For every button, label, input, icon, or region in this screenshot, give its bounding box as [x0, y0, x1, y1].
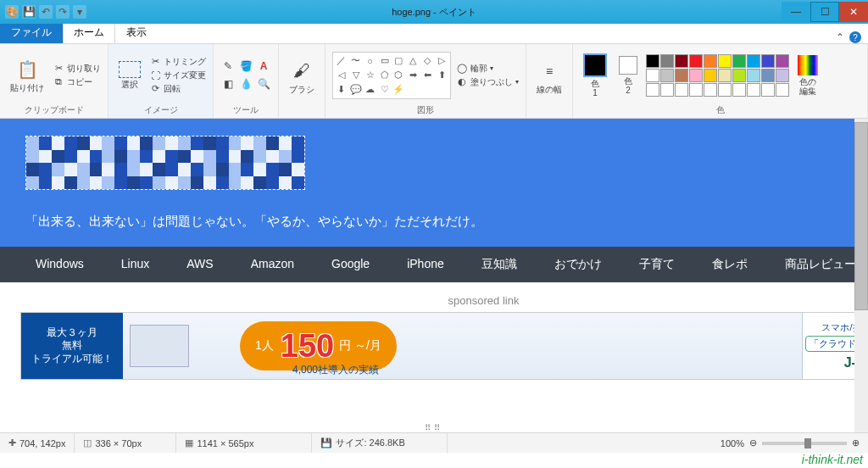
vertical-scrollbar[interactable]	[854, 119, 868, 432]
nav-item[interactable]: AWS	[168, 247, 231, 282]
palette-swatch[interactable]	[646, 54, 659, 68]
nav-item[interactable]: 豆知識	[463, 247, 536, 282]
palette-swatch[interactable]	[704, 83, 717, 97]
tab-file[interactable]: ファイル	[0, 21, 63, 43]
ribbon: 📋 貼り付け ✂切り取り ⧉コピー クリップボード 選択 ✂トリミング ⛶サイズ…	[0, 44, 868, 119]
minimize-button[interactable]: —	[782, 2, 810, 22]
canvas[interactable]: 「出来る、出来ない」は問題じゃない。「やるか、やらないか」ただそれだけ。 Win…	[0, 119, 854, 432]
zoom-out-button[interactable]: ⊖	[749, 437, 757, 448]
brush-icon: 🖌	[290, 59, 314, 83]
ad-banner-1[interactable]: 最大３ヶ月 無料 トライアル可能！ 1人 150 円 ～/月 4,000社導入の…	[20, 312, 854, 380]
pencil-tool-icon[interactable]: ✎	[220, 58, 236, 74]
clipboard-icon: 📋	[15, 58, 39, 81]
palette-swatch[interactable]	[660, 69, 674, 82]
palette-swatch[interactable]	[646, 69, 659, 82]
zoom-level: 100%	[721, 438, 744, 448]
fill-icon: ◐	[456, 76, 468, 88]
minimize-ribbon-icon[interactable]: ⌃	[836, 31, 844, 43]
palette-swatch[interactable]	[689, 54, 703, 68]
paste-button[interactable]: 📋 貼り付け	[7, 56, 47, 94]
line-width-button[interactable]: ≡ 線の幅	[533, 58, 565, 96]
resize-button[interactable]: ⛶サイズ変更	[149, 70, 206, 81]
width-icon: ≡	[537, 59, 561, 83]
selection-size: 336 × 70px	[95, 438, 142, 448]
resize-grip-icon[interactable]: ⠿⠿	[425, 423, 443, 432]
crop-button[interactable]: ✂トリミング	[149, 56, 206, 68]
palette-swatch[interactable]	[660, 83, 674, 97]
nav-item[interactable]: 子育て	[620, 247, 693, 282]
group-width: ≡ 線の幅	[526, 44, 573, 118]
rotate-button[interactable]: ⟳回転	[149, 83, 206, 95]
shape-outline-button[interactable]: ◯輪郭▾	[456, 63, 519, 75]
eraser-tool-icon[interactable]: ◧	[220, 76, 236, 92]
palette-swatch[interactable]	[704, 69, 717, 82]
palette-swatch[interactable]	[689, 83, 703, 97]
zoom-slider[interactable]	[762, 442, 847, 445]
redo-icon[interactable]: ↷	[56, 5, 70, 19]
tab-view[interactable]: 表示	[115, 21, 158, 43]
nav-item[interactable]: Google	[313, 247, 388, 282]
select-button[interactable]: 選択	[115, 59, 144, 91]
palette-swatch[interactable]	[776, 54, 789, 68]
color-palette[interactable]	[646, 54, 789, 97]
palette-swatch[interactable]	[675, 69, 688, 82]
copy-icon: ⧉	[53, 76, 64, 88]
maximize-button[interactable]: ☐	[810, 2, 839, 22]
canvas-size: 1141 × 565px	[197, 438, 253, 448]
palette-swatch[interactable]	[747, 54, 760, 68]
color1-button[interactable]: 色 1	[580, 52, 610, 99]
palette-swatch[interactable]	[761, 69, 775, 82]
outline-icon: ◯	[456, 63, 468, 75]
palette-swatch[interactable]	[732, 54, 746, 68]
help-icon[interactable]: ?	[849, 31, 861, 43]
palette-swatch[interactable]	[747, 69, 760, 82]
brush-button[interactable]: 🖌 ブラシ	[286, 58, 318, 96]
zoom-tool-icon[interactable]: 🔍	[256, 76, 271, 92]
save-icon[interactable]: 💾	[22, 5, 36, 19]
palette-swatch[interactable]	[718, 54, 732, 68]
shape-fill-button[interactable]: ◐塗りつぶし▾	[456, 76, 519, 88]
palette-swatch[interactable]	[761, 54, 775, 68]
tab-home[interactable]: ホーム	[63, 21, 115, 43]
palette-swatch[interactable]	[776, 83, 789, 97]
zoom-in-button[interactable]: ⊕	[852, 437, 860, 448]
palette-swatch[interactable]	[732, 69, 746, 82]
qat-customize-icon[interactable]: ▾	[73, 5, 86, 19]
palette-swatch[interactable]	[718, 69, 732, 82]
color2-button[interactable]: 色 2	[615, 54, 641, 97]
picker-tool-icon[interactable]: 💧	[238, 76, 253, 92]
palette-swatch[interactable]	[675, 54, 688, 68]
file-size: サイズ: 246.8KB	[336, 437, 404, 449]
nav-item[interactable]: 食レポ	[693, 247, 766, 282]
palette-swatch[interactable]	[761, 83, 775, 97]
canvas-area: 「出来る、出来ない」は問題じゃない。「やるか、やらないか」ただそれだけ。 Win…	[0, 119, 868, 432]
palette-swatch[interactable]	[718, 83, 732, 97]
scissors-icon: ✂	[53, 63, 64, 75]
edit-colors-button[interactable]: 色の 編集	[794, 53, 821, 98]
palette-swatch[interactable]	[646, 83, 659, 97]
fill-tool-icon[interactable]: 🪣	[238, 58, 253, 74]
spectrum-icon	[798, 55, 818, 75]
text-tool-icon[interactable]: A	[256, 58, 271, 74]
nav-item[interactable]: 商品レビュー	[766, 247, 854, 282]
close-button[interactable]: ✕	[839, 2, 868, 22]
nav-item[interactable]: Amazon	[232, 247, 313, 282]
cut-button[interactable]: ✂切り取り	[53, 63, 101, 75]
palette-swatch[interactable]	[704, 54, 717, 68]
palette-swatch[interactable]	[732, 83, 746, 97]
nav-item[interactable]: Linux	[103, 247, 168, 282]
nav-item[interactable]: iPhone	[388, 247, 463, 282]
palette-swatch[interactable]	[675, 83, 688, 97]
nav-item[interactable]: おでかけ	[536, 247, 620, 282]
title-bar: 🎨 💾 ↶ ↷ ▾ hoge.png - ペイント — ☐ ✕	[0, 0, 868, 24]
palette-swatch[interactable]	[689, 69, 703, 82]
palette-swatch[interactable]	[747, 83, 760, 97]
palette-swatch[interactable]	[660, 54, 674, 68]
undo-icon[interactable]: ↶	[39, 5, 53, 19]
nav-item[interactable]: Windows	[17, 247, 103, 282]
shapes-gallery[interactable]: ／〜○▭▢△◇▷ ◁▽☆⬠⬡➡⬅⬆ ⬇💬☁♡⚡	[332, 52, 451, 99]
palette-swatch[interactable]	[776, 69, 789, 82]
selection-marquee[interactable]	[25, 136, 305, 190]
watermark: i-think-it.net	[802, 453, 863, 466]
copy-button[interactable]: ⧉コピー	[53, 76, 101, 88]
